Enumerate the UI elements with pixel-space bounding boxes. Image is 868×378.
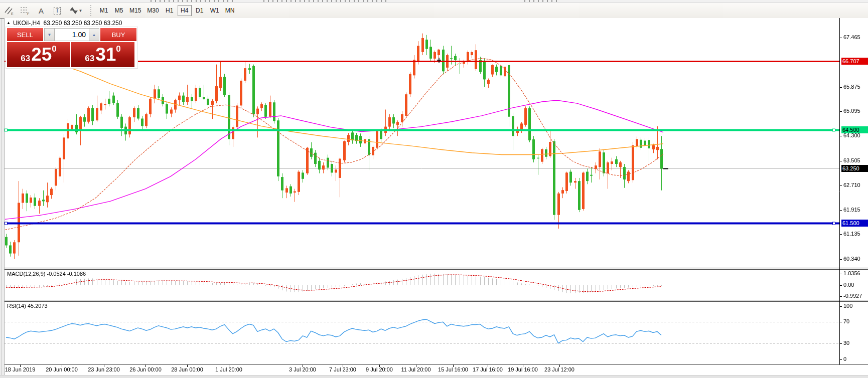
collapse-panel-icon[interactable]: ▲: [7, 21, 11, 25]
timeframe-m15-button[interactable]: M15: [127, 5, 143, 16]
sell-button[interactable]: SELL: [7, 28, 43, 41]
timeframe-m30-button[interactable]: M30: [144, 5, 161, 16]
buy-button[interactable]: BUY: [100, 28, 136, 41]
chart-toolbar: E F A T ▼ M1 M5 M15 M30 H1 H4 D1 W1 MN: [0, 3, 868, 19]
sell-price-big: 25: [31, 44, 52, 66]
text-label-tool-button[interactable]: T: [50, 5, 64, 17]
window-left-edge: [0, 19, 5, 378]
arrows-icon: [69, 6, 78, 15]
equidistant-channel-icon: E: [4, 6, 15, 16]
fibonacci-icon: F: [20, 6, 31, 16]
chart-symbol-header: ▲UKOil-,H4 63.250 63.250 63.250 63.250: [7, 20, 122, 27]
price-chart-canvas[interactable]: [4, 18, 868, 375]
triangle-down-icon: ▼: [48, 33, 52, 37]
svg-text:F: F: [27, 12, 29, 16]
window-top-fragment: [263, 0, 389, 2]
buy-price-prefix: 63: [85, 54, 94, 64]
sell-price-prefix: 63: [21, 54, 30, 64]
buy-price-panel[interactable]: 63 31 0: [71, 42, 134, 67]
text-tool-icon: A: [39, 7, 44, 15]
timeframe-h4-button[interactable]: H4: [178, 5, 192, 16]
volume-input[interactable]: [55, 28, 89, 41]
triangle-up-icon: ▲: [92, 33, 96, 37]
ohlc-values: 63.250 63.250 63.250 63.250: [44, 20, 122, 27]
window-top-fragment: [524, 0, 559, 2]
timeframe-mn-button[interactable]: MN: [223, 5, 237, 16]
symbol-name: UKOil-,H4: [13, 20, 40, 27]
volume-decrement-button[interactable]: ▼: [44, 28, 55, 41]
volume-stepper: ▼ ▲: [44, 28, 99, 41]
buy-price-big: 31: [95, 44, 116, 66]
timeframe-d1-button[interactable]: D1: [193, 5, 207, 16]
timeframe-h1-button[interactable]: H1: [163, 5, 177, 16]
window-bottom-edge: [0, 375, 868, 378]
sell-price-panel[interactable]: 63 25 0: [7, 42, 70, 67]
sell-price-sup: 0: [52, 44, 56, 54]
text-label-icon: T: [54, 7, 61, 15]
text-tool-button[interactable]: A: [34, 5, 48, 17]
arrows-tool-button[interactable]: ▼: [66, 5, 85, 17]
equidistant-channel-button[interactable]: E: [2, 5, 16, 17]
window-top-fragment: [151, 0, 236, 2]
macd-indicator-label: MACD(12,26,9) -0.0524 -0.1086: [7, 271, 86, 277]
svg-text:E: E: [11, 12, 14, 16]
rsi-indicator-label: RSI(14) 45.2073: [7, 303, 48, 309]
fibonacci-button[interactable]: F: [18, 5, 32, 17]
timeframe-m1-button[interactable]: M1: [97, 5, 111, 16]
one-click-trading-panel: SELL ▼ ▲ BUY 63 25 0 63 31 0: [6, 27, 137, 68]
toolbar-separator: [90, 5, 94, 16]
volume-increment-button[interactable]: ▲: [89, 28, 99, 41]
timeframe-m5-button[interactable]: M5: [112, 5, 126, 16]
chevron-down-icon: ▼: [79, 9, 83, 13]
buy-price-sup: 0: [116, 44, 120, 54]
timeframe-w1-button[interactable]: W1: [208, 5, 222, 16]
